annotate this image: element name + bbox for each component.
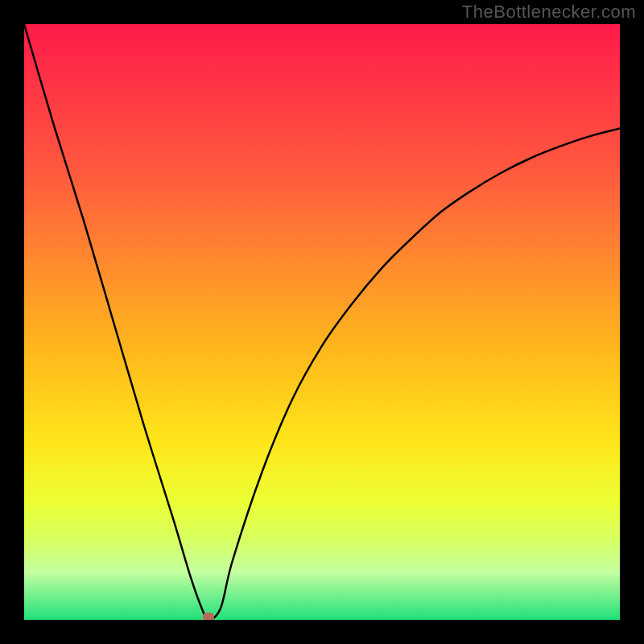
figure-root: TheBottlenecker.com	[0, 0, 644, 644]
plot-frame	[24, 24, 620, 620]
curve-path	[24, 24, 620, 620]
optimal-point-marker	[203, 613, 214, 620]
bottleneck-curve	[24, 24, 620, 620]
watermark-text: TheBottlenecker.com	[462, 2, 636, 23]
